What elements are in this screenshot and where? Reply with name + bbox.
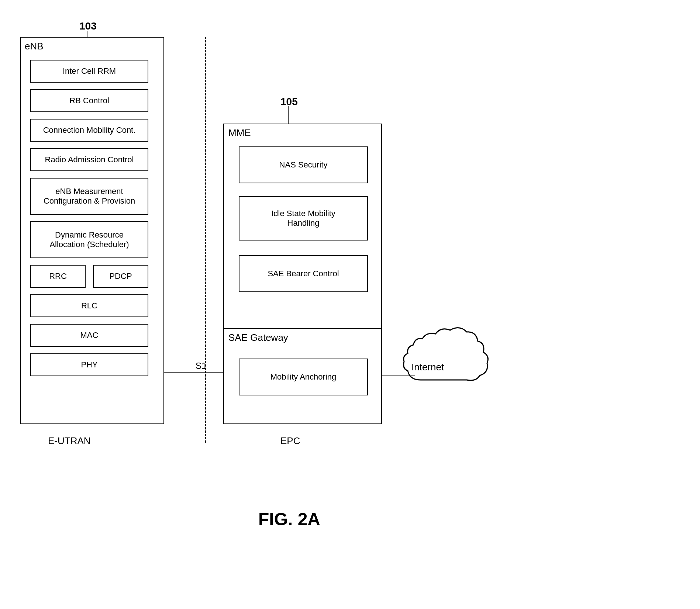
- idle-state-text: Idle State Mobility Handling: [271, 209, 335, 228]
- internet-connection-line: [382, 376, 415, 376]
- enb-ref-number: 103: [79, 20, 97, 32]
- conn-mobility-text: Connection Mobility Cont.: [43, 125, 136, 135]
- internet-label: Internet: [411, 361, 444, 373]
- sae-bearer-text: SAE Bearer Control: [268, 269, 339, 278]
- mme-ref-number: 105: [280, 96, 298, 108]
- pdcp-text: PDCP: [109, 271, 132, 281]
- phy-text: PHY: [81, 360, 97, 370]
- pdcp-box: PDCP: [93, 265, 148, 288]
- enb-block: eNB Inter Cell RRM RB Control Connection…: [20, 37, 164, 424]
- mac-box: MAC: [30, 324, 148, 347]
- dashed-separator: [205, 37, 206, 443]
- radio-admission-text: Radio Admission Control: [45, 155, 134, 165]
- sae-gateway-label: SAE Gateway: [228, 332, 288, 343]
- rrc-pdcp-row: RRC PDCP: [30, 265, 148, 288]
- rlc-text: RLC: [81, 301, 97, 311]
- eutran-label: E-UTRAN: [48, 435, 91, 447]
- dynamic-resource-box: Dynamic Resource Allocation (Scheduler): [30, 221, 148, 258]
- rb-control-text: RB Control: [69, 96, 109, 105]
- enb-measurement-box: eNB Measurement Configuration & Provisio…: [30, 178, 148, 215]
- inter-cell-rrm-box: Inter Cell RRM: [30, 60, 148, 83]
- s1-label: S1: [196, 361, 206, 371]
- conn-mobility-box: Connection Mobility Cont.: [30, 119, 148, 142]
- radio-admission-box: Radio Admission Control: [30, 148, 148, 171]
- mac-text: MAC: [80, 331, 99, 340]
- rlc-box: RLC: [30, 294, 148, 317]
- mme-label: MME: [228, 127, 251, 139]
- enb-measurement-text: eNB Measurement Configuration & Provisio…: [44, 187, 135, 206]
- nas-security-box: NAS Security: [239, 146, 368, 183]
- sae-bearer-box: SAE Bearer Control: [239, 255, 368, 292]
- rb-control-box: RB Control: [30, 89, 148, 112]
- inter-cell-rrm-text: Inter Cell RRM: [63, 66, 116, 76]
- phy-box: PHY: [30, 353, 148, 376]
- dynamic-resource-text: Dynamic Resource Allocation (Scheduler): [49, 230, 129, 249]
- rrc-box: RRC: [30, 265, 86, 288]
- mobility-anchoring-box: Mobility Anchoring: [239, 359, 368, 395]
- idle-state-box: Idle State Mobility Handling: [239, 196, 368, 241]
- figure-label: FIG. 2A: [258, 509, 320, 529]
- mme-ref-arrow: [288, 106, 289, 125]
- epc-label: EPC: [280, 435, 300, 447]
- enb-label: eNB: [25, 41, 44, 52]
- diagram: 103 eNB Inter Cell RRM RB Control Connec…: [0, 0, 700, 609]
- nas-security-text: NAS Security: [279, 160, 328, 170]
- sae-gateway-block: SAE Gateway Mobility Anchoring: [223, 328, 382, 424]
- mobility-anchoring-text: Mobility Anchoring: [270, 372, 337, 382]
- rrc-text: RRC: [49, 271, 67, 281]
